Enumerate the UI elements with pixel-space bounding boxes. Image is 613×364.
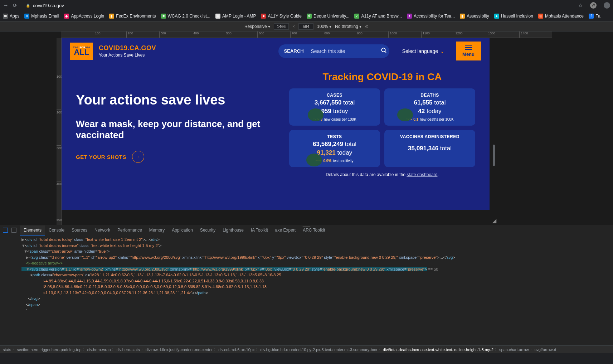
elements-tree[interactable]: ▶<div id="total-deaths-today" class="tex…	[0, 235, 613, 345]
breadcrumb-item[interactable]: div.col-md-6.px-10px	[218, 348, 254, 352]
stat-label: DEATHS	[388, 93, 472, 98]
state-dashboard-link[interactable]: state dashboard	[407, 172, 437, 177]
stat-deaths[interactable]: DEATHS 61,555 total 42 today 〰↘0.1 new d…	[384, 88, 475, 126]
bookmark-item[interactable]: ▮FedEx Environments	[109, 14, 156, 19]
devtools-tab[interactable]: Elements	[20, 225, 45, 236]
bookmark-item[interactable]: ✦Accessibility for Tea...	[407, 14, 455, 19]
bookmark-favicon: ◆	[64, 14, 69, 19]
panel-splitter[interactable]: ═══	[303, 224, 310, 228]
scrollbar-thumb[interactable]	[493, 145, 495, 166]
bookmark-item[interactable]: 🔲Apps	[3, 14, 19, 19]
bookmark-item[interactable]: ■A11Y Style Guide	[261, 14, 302, 19]
resize-handle-icon[interactable]: ◢	[492, 217, 496, 224]
bookmark-item[interactable]: ɗDeque University...	[307, 14, 349, 19]
zoom-dropdown[interactable]: 100% ▾	[317, 24, 331, 29]
chevron-down-icon: ⌄	[440, 48, 444, 54]
extension-icon[interactable]: W	[590, 2, 597, 9]
vertical-ruler: 100200300400500	[57, 38, 62, 225]
devtools-tab[interactable]: IA Toolkit	[247, 225, 272, 235]
details-line: Details about this data are available in…	[289, 172, 475, 177]
bookmark-label: Accessibility for Tea...	[414, 14, 455, 19]
viewport-height-input[interactable]	[298, 23, 313, 30]
bookmark-label: A11Y Style Guide	[268, 14, 302, 19]
devtools-tab[interactable]: Application	[168, 225, 196, 235]
bookmark-favicon: ≡	[215, 14, 220, 19]
url-text: covid19.ca.gov	[33, 3, 64, 8]
stats-panel: Tracking COVID-19 in CA CASES 3,667,550 …	[289, 71, 475, 177]
svg-line-1	[385, 51, 386, 53]
bookmark-item[interactable]: ⊞Mphasis Attendance	[538, 14, 584, 19]
hero-section: Your actions save lives Wear a mask, kee…	[62, 64, 490, 184]
stat-vaccines[interactable]: VACCINES ADMINISTERED 35,091,346 total	[384, 130, 475, 167]
devtools-tab[interactable]: Sources	[68, 225, 91, 235]
site-title[interactable]: COVID19.CA.GOV	[99, 44, 156, 52]
menu-button[interactable]: Menu	[456, 42, 481, 60]
throttle-dropdown[interactable]: No throttling ▾	[335, 24, 361, 29]
site-title-block: COVID19.CA.GOV Your Actions Save Lives	[99, 44, 156, 58]
tracking-title: Tracking COVID-19 in CA	[289, 71, 475, 83]
bookmark-item[interactable]: ◆AppAccess Login	[64, 14, 104, 19]
bookmark-item[interactable]: ▮Assessiblity	[460, 14, 489, 19]
bookmark-item[interactable]: ≡AMP Login - AMP	[215, 14, 256, 19]
bookmark-star-icon[interactable]: ☆	[578, 3, 583, 8]
bookmark-favicon: ɗ	[307, 14, 312, 19]
bookmark-item[interactable]: ✸WCAG 2.0 Checklist...	[161, 14, 210, 19]
devtools-panel: ElementsConsoleSourcesNetworkPerformance…	[0, 225, 613, 353]
menu-label: Menu	[462, 52, 475, 57]
breadcrumb-item[interactable]: div.hero-wrap	[87, 348, 111, 352]
stat-total: 61,555 total	[388, 99, 472, 106]
search-bar[interactable]: SEARCH	[278, 44, 389, 58]
breadcrumb-item[interactable]: section.hero.trigger.hero-padding-top	[17, 348, 81, 352]
bookmark-label: Mphasis Email	[31, 14, 59, 19]
breadcrumb-item[interactable]: svg#arrow-d	[535, 348, 556, 352]
site-header: CALIFORNIA ALL COVID19.CA.GOV Your Actio…	[62, 38, 490, 64]
bookmark-item[interactable]: oMphasis Email	[24, 14, 59, 19]
viewport-container: 1002003004005006007008009001000110012001…	[0, 31, 613, 225]
elements-breadcrumb[interactable]: stats〉section.hero.trigger.hero-padding-…	[0, 345, 613, 353]
responsive-dropdown[interactable]: Responsive ▾	[244, 24, 270, 29]
inspect-icon[interactable]	[3, 228, 8, 233]
california-logo[interactable]: CALIFORNIA ALL	[70, 43, 93, 60]
stat-label: TESTS	[293, 134, 376, 139]
lock-icon: 🔒	[26, 4, 30, 8]
devtools-tab[interactable]: Network	[91, 225, 114, 235]
devtools-tab[interactable]: Security	[196, 225, 219, 235]
device-mode-icon[interactable]	[11, 228, 16, 233]
hero-subheading: Wear a mask, keep your distance, and get…	[76, 118, 278, 141]
bookmark-item[interactable]: fFa	[589, 14, 600, 19]
language-selector[interactable]: Select language ⌄	[402, 48, 444, 54]
bookmark-label: Mphasis Attendance	[545, 14, 584, 19]
bookmark-favicon: 🔲	[3, 14, 8, 19]
bookmark-favicon: ▮	[460, 14, 465, 19]
breadcrumb-item[interactable]: div.row.d-flex.justify-content-md-center	[146, 348, 213, 352]
devtools-tab[interactable]: Performance	[114, 225, 146, 235]
bookmark-item[interactable]: ✓A11y AT and Brosw...	[354, 14, 402, 19]
cta-label: GET YOUR SHOTS	[76, 154, 126, 160]
devtools-tab[interactable]: Lighthouse	[219, 225, 247, 235]
devtools-device-toolbar: Responsive ▾ × 100% ▾ No throttling ▾ ⊘	[0, 21, 613, 31]
breadcrumb-item[interactable]: span.chart-arrow	[499, 348, 529, 352]
stat-today: 959 today	[293, 108, 376, 115]
bookmark-label: AMP Login - AMP	[222, 14, 256, 19]
stat-total: 63,569,249 total	[293, 141, 376, 148]
address-bar[interactable]: 🔒 covid19.ca.gov	[21, 3, 574, 8]
search-input[interactable]	[311, 48, 374, 54]
devtools-tab[interactable]: Memory	[146, 225, 168, 235]
profile-icon[interactable]	[604, 2, 610, 9]
cta-button[interactable]: GET YOUR SHOTS →	[76, 151, 278, 163]
stat-tests[interactable]: TESTS 63,569,249 total 91,321 today 〰↘0.…	[289, 130, 380, 167]
breadcrumb-item[interactable]: stats	[3, 348, 11, 352]
search-icon[interactable]	[381, 47, 387, 55]
forward-button[interactable]: →	[3, 2, 9, 9]
breadcrumb-item[interactable]: div.hero-stats	[116, 348, 140, 352]
stat-label: CASES	[293, 93, 376, 98]
devtools-tab[interactable]: axe Expert	[272, 225, 299, 235]
breadcrumb-item[interactable]: div#total-deaths-increase.text-white.tex…	[383, 348, 493, 352]
breadcrumb-item[interactable]: div.bg-blue.bd-rounded-10.py-2.px-3.text…	[260, 348, 377, 352]
viewport-width-input[interactable]	[274, 23, 289, 30]
reload-button[interactable]: ⟳	[13, 3, 17, 8]
stat-today: 91,321 today	[293, 149, 376, 156]
stat-cases[interactable]: CASES 3,667,550 total 959 today 〰↘3 new …	[289, 88, 380, 126]
rotate-icon[interactable]: ⊘	[365, 24, 369, 29]
bookmark-item[interactable]: ●Hassell Inclusion	[494, 14, 533, 19]
